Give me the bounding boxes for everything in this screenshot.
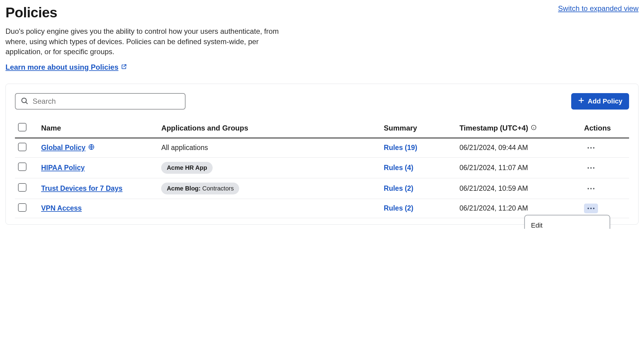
add-policy-label: Add Policy bbox=[588, 97, 622, 105]
rules-link[interactable]: Rules (19) bbox=[384, 144, 417, 152]
globe-icon bbox=[88, 144, 95, 152]
header-actions: Actions bbox=[581, 119, 629, 138]
timestamp: 06/21/2024, 11:07 AM bbox=[459, 164, 528, 172]
svg-point-12 bbox=[588, 208, 589, 209]
policies-table: Name Applications and Groups Summary Tim… bbox=[15, 119, 629, 218]
row-checkbox[interactable] bbox=[18, 183, 27, 192]
more-actions-button[interactable] bbox=[584, 204, 598, 213]
svg-point-11 bbox=[593, 188, 595, 189]
rules-link[interactable]: Rules (2) bbox=[384, 184, 413, 192]
timestamp: 06/21/2024, 10:59 AM bbox=[459, 184, 528, 192]
learn-more-text: Learn more about using Policies bbox=[5, 63, 119, 72]
policy-name-text: Global Policy bbox=[41, 144, 86, 152]
toolbar: Add Policy bbox=[15, 93, 629, 110]
table-row: HIPAA PolicyAcme HR AppRules (4)06/21/20… bbox=[15, 157, 629, 178]
policy-name-link[interactable]: Trust Devices for 7 Days bbox=[41, 184, 122, 193]
row-checkbox[interactable] bbox=[18, 143, 27, 151]
rules-link[interactable]: Rules (2) bbox=[384, 204, 413, 212]
policy-name-text: HIPAA Policy bbox=[41, 164, 85, 172]
header-apps: Applications and Groups bbox=[158, 119, 380, 138]
learn-more-link[interactable]: Learn more about using Policies bbox=[5, 63, 127, 72]
policy-name-link[interactable]: HIPAA Policy bbox=[41, 164, 85, 172]
header-name: Name bbox=[38, 119, 158, 138]
more-actions-button[interactable] bbox=[584, 163, 598, 173]
page-title: Policies bbox=[5, 4, 57, 21]
row-checkbox[interactable] bbox=[18, 162, 27, 171]
search-input[interactable] bbox=[32, 97, 180, 106]
svg-point-6 bbox=[588, 167, 589, 169]
pill-bold: Acme HR App bbox=[167, 164, 207, 171]
timestamp: 06/21/2024, 09:44 AM bbox=[459, 144, 528, 152]
pill-rest: Contractors bbox=[201, 185, 234, 192]
more-actions-button[interactable] bbox=[584, 184, 598, 194]
info-icon[interactable] bbox=[531, 124, 537, 132]
pill-bold: Acme Blog: bbox=[167, 185, 200, 192]
svg-point-14 bbox=[593, 208, 595, 209]
app-group-pill: Acme Blog: Contractors bbox=[161, 183, 239, 194]
svg-point-5 bbox=[593, 147, 595, 149]
timestamp: 06/21/2024, 11:20 AM bbox=[459, 204, 528, 212]
policy-name-text: VPN Access bbox=[41, 204, 82, 212]
select-all-checkbox[interactable] bbox=[18, 123, 27, 131]
policy-name-link[interactable]: VPN Access bbox=[41, 204, 82, 212]
svg-point-9 bbox=[588, 188, 589, 189]
rules-link[interactable]: Rules (4) bbox=[384, 164, 413, 172]
svg-point-8 bbox=[593, 167, 595, 169]
policies-card: Add Policy Name Applications and Groups … bbox=[5, 84, 639, 225]
svg-point-10 bbox=[590, 188, 592, 189]
add-policy-button[interactable]: Add Policy bbox=[571, 93, 629, 110]
policy-name-text: Trust Devices for 7 Days bbox=[41, 184, 122, 193]
actions-dropdown: Edit Delete Duplicate bbox=[524, 215, 610, 229]
svg-point-7 bbox=[590, 167, 592, 169]
external-link-icon bbox=[121, 63, 127, 72]
app-group-pill: Acme HR App bbox=[161, 162, 213, 174]
header-summary: Summary bbox=[381, 119, 456, 138]
more-actions-button[interactable] bbox=[584, 143, 598, 153]
dropdown-edit[interactable]: Edit bbox=[525, 218, 610, 229]
row-checkbox[interactable] bbox=[18, 203, 27, 212]
page-description: Duo's policy engine gives you the abilit… bbox=[5, 26, 280, 57]
search-icon bbox=[20, 97, 28, 106]
svg-point-4 bbox=[590, 147, 592, 149]
plus-icon bbox=[578, 97, 585, 106]
apps-text: All applications bbox=[161, 144, 208, 152]
header-timestamp-text: Timestamp (UTC+4) bbox=[459, 124, 528, 132]
policy-name-link[interactable]: Global Policy bbox=[41, 144, 95, 152]
switch-expanded-view-link[interactable]: Switch to expanded view bbox=[558, 4, 639, 13]
svg-point-3 bbox=[588, 147, 589, 149]
svg-point-13 bbox=[590, 208, 592, 209]
search-field[interactable] bbox=[15, 93, 186, 110]
table-row: Trust Devices for 7 DaysAcme Blog: Contr… bbox=[15, 178, 629, 199]
header-timestamp: Timestamp (UTC+4) bbox=[456, 119, 581, 138]
table-row: Global PolicyAll applicationsRules (19)0… bbox=[15, 138, 629, 157]
